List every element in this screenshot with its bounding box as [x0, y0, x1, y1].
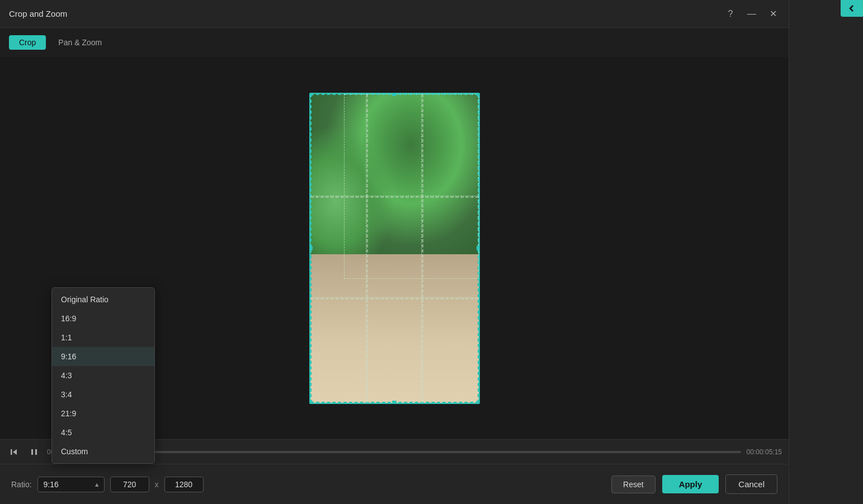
svg-rect-3 — [35, 449, 37, 455]
action-buttons: Reset Apply Cancel — [611, 474, 777, 494]
video-preview — [309, 93, 480, 404]
help-button[interactable]: ? — [724, 7, 737, 21]
dialog: Crop and Zoom ? — ✕ Crop Pan & Zoom — [0, 0, 789, 504]
side-panel-tab[interactable] — [841, 0, 863, 17]
dropdown-item-1-1[interactable]: 1:1 — [52, 328, 154, 347]
leaf-bottom-decoration — [310, 254, 479, 402]
time-end: 00:00:05:15 — [747, 448, 782, 456]
play-button[interactable] — [27, 445, 41, 459]
dropdown-item-21-9[interactable]: 21:9 — [52, 404, 154, 423]
width-input[interactable] — [110, 477, 149, 492]
dropdown-item-4-3[interactable]: 4:3 — [52, 366, 154, 385]
pan-zoom-tab[interactable]: Pan & Zoom — [48, 35, 112, 50]
skip-back-button[interactable] — [7, 445, 21, 459]
title-bar: Crop and Zoom ? — ✕ — [0, 0, 789, 28]
dropdown-item-3-4[interactable]: 3:4 — [52, 385, 154, 404]
ratio-label: Ratio: — [11, 480, 32, 489]
cancel-button[interactable]: Cancel — [725, 474, 777, 494]
title-icons: ? — ✕ — [724, 7, 780, 21]
height-input[interactable] — [164, 477, 204, 492]
tab-bar: Crop Pan & Zoom — [0, 28, 789, 57]
ratio-select[interactable]: 9:16 — [37, 477, 105, 492]
bottom-bar: Ratio: 9:16 ▲ x Reset Apply Cancel — [0, 464, 789, 504]
side-panel — [789, 0, 863, 504]
skip-back-icon — [10, 448, 18, 456]
svg-rect-1 — [11, 449, 12, 455]
close-button[interactable]: ✕ — [766, 7, 780, 21]
ratio-select-wrapper: 9:16 ▲ — [37, 477, 105, 492]
svg-rect-2 — [31, 449, 33, 455]
timeline-track[interactable] — [88, 451, 741, 453]
dropdown-item-4-5[interactable]: 4:5 — [52, 423, 154, 442]
dropdown-item-custom[interactable]: Custom — [52, 442, 154, 461]
dropdown-item-original[interactable]: Original Ratio — [52, 290, 154, 309]
dropdown-item-16-9[interactable]: 16:9 — [52, 309, 154, 328]
play-icon — [30, 448, 38, 456]
ratio-group: Ratio: 9:16 ▲ x — [11, 477, 204, 492]
dialog-title: Crop and Zoom — [9, 9, 67, 18]
reset-button[interactable]: Reset — [611, 476, 655, 493]
dropdown-item-9-16[interactable]: 9:16 — [52, 347, 154, 366]
dimension-x-label: x — [155, 480, 159, 489]
video-frame — [309, 93, 480, 404]
svg-marker-0 — [13, 449, 17, 455]
chevron-left-icon — [847, 4, 856, 13]
minimize-button[interactable]: — — [745, 7, 758, 21]
crop-tab[interactable]: Crop — [9, 35, 46, 50]
ratio-dropdown-menu: Original Ratio 16:9 1:1 9:16 4:3 3:4 21:… — [51, 287, 155, 464]
apply-button[interactable]: Apply — [662, 475, 719, 493]
